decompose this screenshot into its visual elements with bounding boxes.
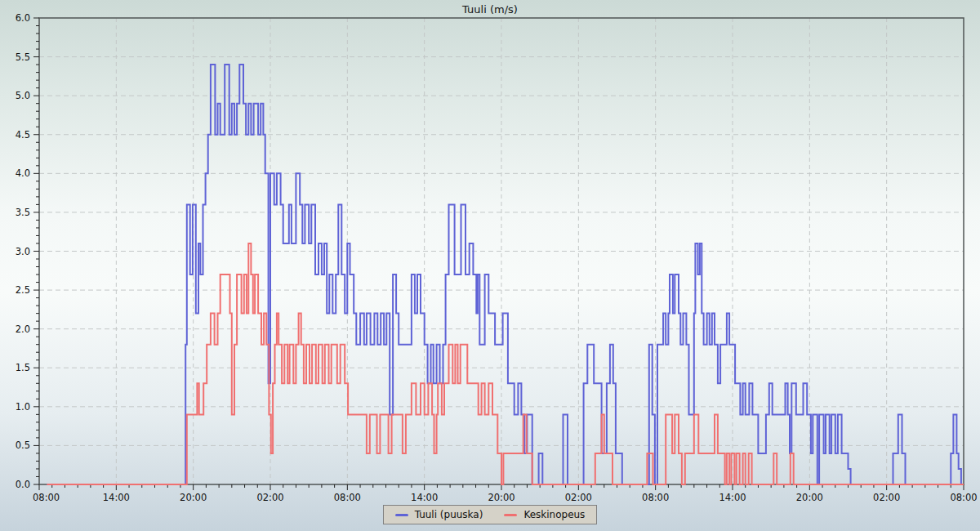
x-axis-label: 02:00 (565, 492, 592, 503)
y-axis-label: 3.0 (16, 246, 30, 257)
x-axis-label: 08:00 (334, 492, 361, 503)
wind-chart-plot: 0.00.51.01.52.02.53.03.54.04.55.05.56.00… (0, 0, 980, 531)
x-axis-label: 02:00 (873, 492, 900, 503)
y-axis-label: 6.0 (16, 12, 30, 24)
y-axis-label: 5.0 (16, 90, 30, 101)
y-axis-label: 4.5 (16, 129, 30, 141)
y-axis-label: 1.0 (16, 401, 30, 413)
y-axis-label: 4.0 (16, 167, 30, 179)
y-axis-label: 2.5 (16, 284, 30, 296)
y-axis-label: 5.5 (16, 51, 30, 63)
y-axis-label: 2.0 (16, 324, 30, 335)
x-axis-label: 08:00 (950, 492, 977, 503)
x-axis-label: 08:00 (33, 492, 60, 503)
x-axis-label: 14:00 (719, 492, 746, 503)
y-axis-label: 3.5 (16, 207, 30, 218)
x-axis-label: 08:00 (642, 492, 669, 503)
x-axis-label: 20:00 (180, 492, 207, 503)
x-axis-label: 20:00 (488, 492, 514, 503)
y-axis-label: 0.0 (16, 479, 30, 490)
y-axis-label: 1.5 (16, 362, 30, 373)
x-axis-label: 02:00 (256, 492, 283, 503)
x-axis-label: 14:00 (411, 492, 438, 503)
y-axis-label: 0.5 (16, 440, 30, 451)
x-axis-label: 20:00 (796, 492, 823, 503)
x-axis-label: 14:00 (103, 492, 130, 503)
gust-line (47, 65, 964, 484)
